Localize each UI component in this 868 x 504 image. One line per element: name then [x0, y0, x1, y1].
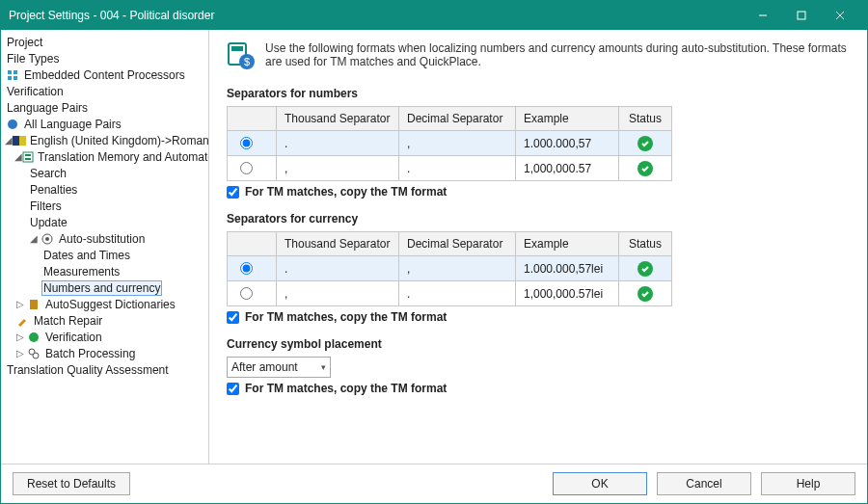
tree-all-language-pairs[interactable]: All Language Pairs — [1, 116, 208, 132]
tree-search[interactable]: Search — [1, 165, 208, 181]
collapse-icon[interactable]: ◢ — [5, 135, 13, 146]
svg-rect-13 — [25, 158, 31, 160]
settings-tree: Project File Types Embedded Content Proc… — [1, 30, 209, 464]
svg-point-15 — [45, 237, 49, 241]
svg-rect-12 — [25, 154, 31, 156]
tree-filters[interactable]: Filters — [1, 198, 208, 214]
currency-heading: Separators for currency — [227, 212, 850, 225]
tree-lang-pair-en-ro[interactable]: ◢English (United Kingdom)->Romanian (Ro — [1, 132, 208, 148]
help-button[interactable]: Help — [761, 472, 855, 495]
reset-to-defaults-button[interactable]: Reset to Defaults — [13, 472, 130, 495]
placement-heading: Currency symbol placement — [227, 337, 850, 351]
col-thousand: Thousand Separator — [277, 107, 399, 131]
numbers-separators-table: Thousand Separator Decimal Separator Exa… — [227, 106, 672, 181]
currency-placement-dropdown[interactable]: After amount ▾ — [227, 357, 331, 378]
currency-copy-tm-checkbox[interactable]: For TM matches, copy the TM format — [227, 310, 850, 324]
globe-icon — [5, 117, 20, 132]
expand-icon[interactable]: ▷ — [14, 299, 26, 309]
number-format-radio-1[interactable] — [240, 137, 253, 149]
ok-button[interactable]: OK — [553, 472, 647, 495]
collapse-icon[interactable]: ◢ — [14, 151, 22, 162]
table-row[interactable]: . , 1.000.000,57lei — [228, 256, 672, 281]
tree-match-repair[interactable]: Match Repair — [1, 312, 208, 329]
intro-text: Use the following formats when localizin… — [265, 41, 850, 68]
tree-measurements[interactable]: Measurements — [1, 263, 208, 279]
dialog-footer: Reset to Defaults OK Cancel Help — [1, 464, 867, 503]
table-row[interactable]: . , 1.000.000,57 — [228, 131, 672, 156]
tree-tqa[interactable]: Translation Quality Assessment — [1, 361, 208, 378]
svg-rect-1 — [798, 12, 805, 19]
close-button[interactable] — [821, 1, 859, 30]
tree-verification-lp[interactable]: ▷Verification — [1, 329, 208, 345]
col-example: Example — [516, 107, 619, 131]
tree-language-pairs[interactable]: Language Pairs — [1, 99, 208, 116]
status-ok-icon — [637, 286, 653, 302]
placement-copy-tm-checkbox[interactable]: For TM matches, copy the TM format — [227, 382, 850, 395]
svg-rect-11 — [23, 152, 33, 162]
svg-rect-10 — [19, 136, 26, 146]
chevron-down-icon: ▾ — [321, 362, 326, 372]
col-decimal: Decimal Separator — [399, 107, 516, 131]
number-format-radio-2[interactable] — [240, 162, 253, 174]
wrench-icon — [14, 313, 30, 329]
currency-format-radio-1[interactable] — [240, 262, 253, 275]
currency-separators-table: Thousand Separator Decimal Separator Exa… — [227, 231, 672, 306]
tree-numbers-currency[interactable]: Numbers and currency — [1, 279, 208, 296]
col-status: Status — [619, 107, 672, 131]
settings-content: $ Use the following formats when localiz… — [209, 30, 867, 464]
svg-rect-16 — [30, 300, 38, 309]
numbers-copy-tm-checkbox[interactable]: For TM matches, copy the TM format — [227, 185, 850, 199]
book-icon — [26, 297, 41, 312]
svg-point-8 — [8, 119, 17, 129]
tm-icon — [22, 149, 34, 165]
tree-embedded-content[interactable]: Embedded Content Processors — [1, 66, 208, 83]
tree-project[interactable]: Project — [1, 34, 208, 50]
numbers-heading: Separators for numbers — [227, 87, 850, 100]
minimize-button[interactable] — [744, 1, 782, 30]
titlebar: Project Settings - 004 - Political disor… — [1, 1, 867, 30]
flag-pair-icon — [13, 133, 26, 148]
tree-penalties[interactable]: Penalties — [1, 181, 208, 198]
grid-icon — [5, 67, 20, 83]
collapse-icon[interactable]: ◢ — [28, 233, 40, 244]
check-circle-icon — [26, 330, 41, 345]
tree-verification-top[interactable]: Verification — [1, 83, 208, 99]
svg-text:$: $ — [244, 56, 250, 67]
maximize-button[interactable] — [782, 1, 821, 30]
calculator-currency-icon: $ — [227, 41, 256, 73]
svg-point-17 — [29, 332, 39, 342]
svg-rect-5 — [14, 70, 17, 74]
tree-dates-times[interactable]: Dates and Times — [1, 247, 208, 263]
tree-autosuggest[interactable]: ▷AutoSuggest Dictionaries — [1, 296, 208, 312]
project-settings-window: Project Settings - 004 - Political disor… — [0, 0, 868, 504]
tree-tm-automated[interactable]: ◢Translation Memory and Automated Tr — [1, 148, 208, 165]
table-row[interactable]: , . 1,000,000.57lei — [228, 281, 672, 306]
svg-rect-9 — [13, 136, 19, 146]
cancel-button[interactable]: Cancel — [657, 472, 751, 495]
window-title: Project Settings - 004 - Political disor… — [9, 9, 744, 22]
tree-auto-substitution[interactable]: ◢Auto-substitution — [1, 230, 208, 247]
svg-rect-6 — [8, 76, 12, 80]
expand-icon[interactable]: ▷ — [14, 348, 26, 358]
tree-batch-processing[interactable]: ▷Batch Processing — [1, 345, 208, 361]
table-row[interactable]: , . 1,000,000.57 — [228, 156, 672, 181]
svg-rect-4 — [8, 70, 12, 74]
svg-rect-21 — [231, 46, 243, 51]
gear-icon — [40, 231, 55, 247]
tree-update[interactable]: Update — [1, 214, 208, 230]
expand-icon[interactable]: ▷ — [14, 332, 26, 342]
status-ok-icon — [637, 136, 653, 151]
currency-format-radio-2[interactable] — [240, 287, 253, 300]
status-ok-icon — [637, 161, 653, 176]
svg-rect-7 — [14, 76, 17, 80]
status-ok-icon — [637, 261, 653, 277]
gears-icon — [26, 346, 41, 361]
svg-point-19 — [33, 353, 39, 358]
tree-file-types[interactable]: File Types — [1, 50, 208, 66]
